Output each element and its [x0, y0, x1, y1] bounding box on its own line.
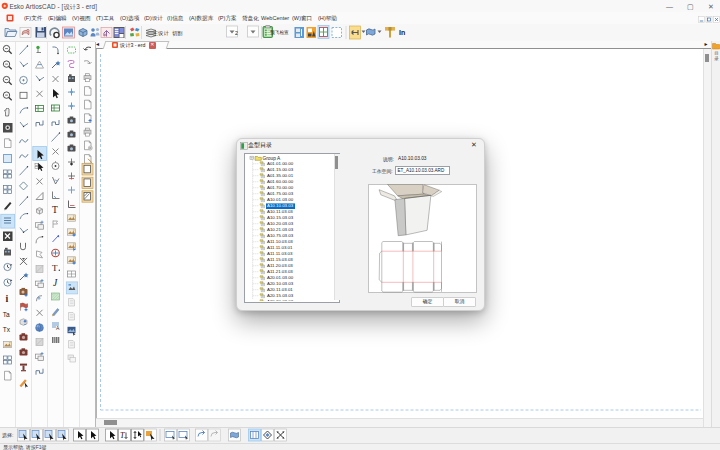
svg-text:A11.10.03.03: A11.10.03.03: [267, 239, 293, 244]
svg-text:切割: 切割: [172, 30, 182, 37]
svg-text:主设计: 主设计: [153, 30, 169, 36]
svg-text:A20.15.03.03: A20.15.03.03: [267, 293, 294, 298]
svg-text:A10.01.03.00: A10.01.03.00: [267, 197, 294, 202]
svg-text:A01.35.00.01: A01.35.00.01: [267, 173, 294, 178]
svg-text:A20.11.03.01: A20.11.03.01: [267, 287, 293, 292]
svg-text:A10.15.03.03: A10.15.03.03: [267, 215, 294, 220]
svg-text:In: In: [399, 29, 405, 36]
svg-text:A11.15.03.03: A11.15.03.03: [267, 257, 293, 262]
svg-text:A01.70.00.00: A01.70.00.00: [267, 185, 294, 190]
svg-text:A11.11.03.01: A11.11.03.01: [267, 245, 293, 250]
svg-text:A10.20.03.03: A10.20.03.03: [267, 221, 294, 226]
svg-text:A10.10.03.03: A10.10.03.03: [267, 203, 294, 208]
svg-text:A11.11.03.03: A11.11.03.03: [267, 251, 293, 256]
svg-text:A11.20.03.03: A11.20.03.03: [267, 263, 293, 268]
svg-text:Group A: Group A: [263, 156, 281, 161]
svg-text:A20.20.03.03: A20.20.03.03: [267, 299, 294, 301]
svg-text:A10.11.03.03: A10.11.03.03: [267, 209, 293, 214]
svg-text:A01.75.00.03: A01.75.00.03: [267, 191, 294, 196]
svg-text:A10.21.03.03: A10.21.03.03: [267, 227, 294, 232]
svg-text:A01.60.00.00: A01.60.00.00: [267, 179, 294, 184]
svg-text:2: 2: [235, 30, 238, 36]
svg-text:A20.01.03.00: A20.01.03.00: [267, 275, 294, 280]
svg-text:A11.21.03.03: A11.21.03.03: [267, 269, 293, 274]
svg-text:A01.01.00.00: A01.01.00.00: [267, 161, 294, 166]
svg-text:A10.75.03.03: A10.75.03.03: [267, 233, 294, 238]
svg-text:A20.10.03.03: A20.10.03.03: [267, 281, 294, 286]
svg-text:A01.15.00.03: A01.15.00.03: [267, 167, 294, 172]
